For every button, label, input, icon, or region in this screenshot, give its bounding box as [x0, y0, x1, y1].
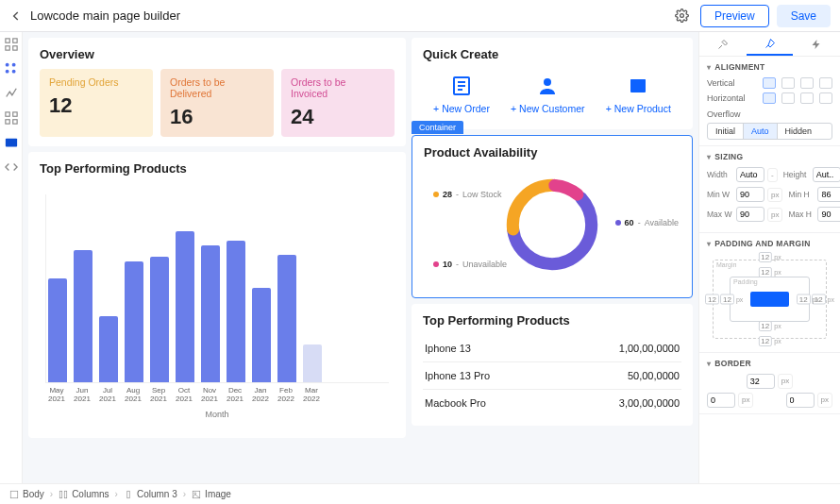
- new-product-button[interactable]: + New Product: [606, 75, 671, 114]
- save-button[interactable]: Save: [777, 5, 831, 27]
- layout-icon[interactable]: [5, 38, 18, 51]
- v-align-middle[interactable]: [781, 77, 795, 89]
- svg-rect-10: [12, 112, 16, 116]
- box-icon: [627, 75, 649, 97]
- table-row[interactable]: Iphone 13 Pro50,00,0000: [423, 361, 681, 389]
- svg-point-7: [5, 70, 8, 74]
- svg-point-6: [11, 63, 15, 67]
- bar: [227, 241, 245, 382]
- availability-title: Product Availability: [424, 145, 680, 160]
- maxw-input[interactable]: [736, 207, 764, 222]
- page-title: Lowcode main page builder: [30, 8, 667, 23]
- height-input[interactable]: [813, 167, 840, 182]
- svg-rect-12: [12, 120, 16, 124]
- style-inspector: ALIGNMENT Vertical Horizontal Overflow: [698, 32, 840, 483]
- h-align-center[interactable]: [781, 92, 795, 104]
- legend-low-stock: 28 - Low Stock: [433, 190, 502, 199]
- tab-style[interactable]: [747, 32, 794, 56]
- border-right-input[interactable]: [786, 393, 815, 408]
- tab-tools[interactable]: [699, 32, 747, 56]
- x-tick: Jul2021: [98, 387, 117, 404]
- x-tick: May2021: [47, 387, 66, 404]
- overview-card: Overview Pending Orders 12 Orders to be …: [28, 38, 406, 146]
- minw-input[interactable]: [736, 187, 764, 202]
- bar-chart-bars: [45, 194, 389, 383]
- h-align-left[interactable]: [763, 92, 776, 104]
- quick-create-card: Quick Create + New Order + New Customer …: [412, 38, 693, 129]
- minh-input[interactable]: [817, 187, 840, 202]
- border-section: BORDER px px px: [699, 353, 840, 414]
- v-align-top[interactable]: [763, 77, 776, 89]
- user-icon: [536, 75, 559, 97]
- border-top-input[interactable]: [747, 374, 775, 389]
- svg-rect-2: [12, 39, 16, 42]
- card-icon[interactable]: [5, 136, 18, 149]
- bar: [74, 250, 92, 382]
- svg-rect-23: [64, 491, 67, 498]
- donut-chart: [500, 173, 604, 277]
- back-icon[interactable]: [9, 9, 23, 23]
- chart-icon[interactable]: [5, 87, 18, 100]
- alignment-section: ALIGNMENT Vertical Horizontal Overflow: [699, 57, 840, 146]
- stat-pending-orders[interactable]: Pending Orders 12: [40, 69, 153, 137]
- x-tick: Oct2021: [175, 387, 193, 404]
- bar: [176, 231, 194, 382]
- x-tick: Jan2022: [251, 387, 270, 404]
- h-align-right[interactable]: [800, 92, 814, 104]
- x-tick: Dec2021: [226, 387, 244, 404]
- crumb-columns[interactable]: Columns: [59, 489, 109, 499]
- breadcrumb: Body› Columns› Column 3› Image: [0, 483, 840, 504]
- bar: [277, 255, 296, 382]
- bar: [303, 344, 322, 382]
- bar: [125, 261, 143, 382]
- svg-rect-21: [10, 491, 18, 498]
- h-align-stretch[interactable]: [819, 92, 832, 104]
- crumb-column3[interactable]: Column 3: [124, 489, 177, 499]
- bar-chart-card: Top Performing Products May2021Jun2021Ju…: [28, 152, 406, 438]
- grid-icon[interactable]: [5, 111, 18, 125]
- v-align-stretch[interactable]: [819, 77, 832, 89]
- width-input[interactable]: [736, 167, 764, 182]
- new-customer-button[interactable]: + New Customer: [511, 75, 584, 114]
- border-left-input[interactable]: [707, 393, 735, 408]
- crumb-image[interactable]: Image: [192, 489, 231, 499]
- spacing-section: PADDING AND MARGIN Margin Padding 12px 1…: [699, 233, 840, 353]
- svg-rect-22: [59, 491, 62, 498]
- svg-rect-13: [5, 139, 16, 147]
- maxh-input[interactable]: [817, 207, 840, 222]
- svg-rect-24: [127, 491, 130, 498]
- container-badge: Container: [412, 121, 463, 134]
- bar: [48, 278, 67, 382]
- svg-rect-11: [5, 120, 8, 124]
- x-tick: Nov2021: [200, 387, 219, 404]
- settings-icon[interactable]: [675, 8, 689, 23]
- spacing-visualizer[interactable]: Margin Padding 12px 12px 12px 12px 12px …: [707, 254, 832, 344]
- svg-rect-9: [5, 112, 8, 116]
- svg-point-26: [194, 492, 196, 494]
- core-icon: [750, 292, 789, 307]
- builder-canvas: Overview Pending Orders 12 Orders to be …: [23, 32, 698, 483]
- stat-to-deliver[interactable]: Orders to be Delivered 16: [160, 69, 274, 137]
- v-align-bottom[interactable]: [800, 77, 814, 89]
- overflow-hidden[interactable]: Hidden: [778, 124, 820, 139]
- stat-to-invoice[interactable]: Orders to be Invoiced 24: [281, 69, 395, 137]
- availability-card[interactable]: Container Product Availability 28 - Low …: [412, 135, 693, 298]
- app-header: Lowcode main page builder Preview Save: [0, 0, 840, 32]
- overflow-initial[interactable]: Initial: [708, 124, 744, 139]
- tool-rail: [0, 32, 23, 483]
- table-row[interactable]: Macbook Pro3,00,00,0000: [423, 389, 681, 416]
- overflow-auto[interactable]: Auto: [744, 124, 778, 139]
- widgets-icon[interactable]: [5, 62, 18, 76]
- preview-button[interactable]: Preview: [700, 5, 769, 27]
- table-row[interactable]: Iphone 131,00,00,0000: [423, 335, 681, 361]
- legend-available: 60 - Available: [615, 218, 679, 227]
- svg-rect-17: [630, 79, 646, 83]
- bar: [150, 257, 169, 382]
- new-order-button[interactable]: + New Order: [433, 75, 490, 114]
- svg-rect-4: [12, 46, 16, 50]
- crumb-body[interactable]: Body: [9, 489, 44, 499]
- code-icon[interactable]: [5, 160, 18, 174]
- x-tick: Jun2021: [73, 387, 92, 404]
- tab-actions[interactable]: [793, 32, 840, 56]
- product-table-card: Top Performing Products Iphone 131,00,00…: [412, 304, 693, 426]
